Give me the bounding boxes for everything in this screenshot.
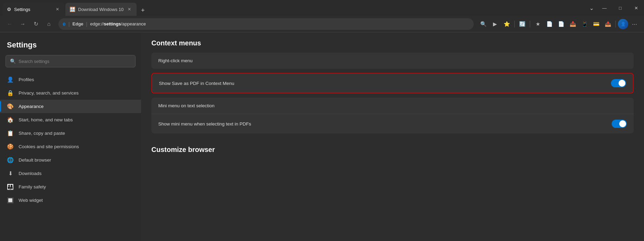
privacy-label: Privacy, search, and services — [19, 90, 79, 96]
screenshot-icon[interactable]: 📱 — [579, 19, 590, 30]
toolbar-icons: 🔍 ▶ ⭐ 🔄 ★ 📄 📄 📥 📱 💳 📤 👤 ⋯ — [478, 19, 640, 30]
appearance-icon: 🎨 — [7, 103, 14, 110]
address-divider: | — [68, 21, 70, 27]
maximize-button[interactable]: □ — [612, 0, 628, 16]
refresh-button[interactable]: ↻ — [30, 19, 41, 30]
separator3 — [615, 21, 616, 28]
mini-menu-section-row: Mini menu on text selection — [151, 98, 634, 114]
sidebar-item-start-home[interactable]: 🏠 Start, home, and new tabs — [0, 113, 141, 127]
tab-settings[interactable]: ⚙ Settings ✕ — [3, 3, 65, 16]
download-icon[interactable]: 📥 — [567, 19, 578, 30]
tab-download[interactable]: 🪟 Download Windows 10 ✕ — [65, 3, 137, 16]
mini-menu-card: Mini menu on text selection Show mini me… — [151, 98, 634, 133]
tab-bar: ⚙ Settings ✕ 🪟 Download Windows 10 ✕ + — [0, 0, 148, 16]
sidebar-title: Settings — [0, 38, 141, 55]
appearance-label: Appearance — [19, 104, 44, 109]
separator1 — [514, 21, 515, 28]
sidebar-item-default-browser[interactable]: 🌐 Default browser — [0, 153, 141, 167]
new-tab-button[interactable]: + — [137, 5, 148, 16]
right-click-menu-row: Right-click menu — [151, 53, 634, 69]
show-mini-menu-row: Show mini menu when selecting text in PD… — [151, 114, 634, 133]
home-button[interactable]: ⌂ — [43, 19, 54, 30]
search-input[interactable] — [19, 59, 131, 64]
content-area: Context menus Right-click menu Show Save… — [141, 32, 644, 241]
web-widget-label: Web widget — [19, 198, 43, 203]
minimize-button[interactable]: — — [597, 0, 612, 16]
download-tab-icon: 🪟 — [69, 7, 75, 12]
family-safety-icon: 👨‍👩‍👧 — [7, 184, 14, 190]
favorites-sidebar-icon[interactable]: ★ — [532, 19, 543, 30]
start-home-label: Start, home, and new tabs — [19, 117, 73, 122]
downloads-label: Downloads — [19, 171, 42, 176]
separator2 — [530, 21, 530, 28]
web-widget-icon: 🔲 — [7, 197, 14, 204]
show-mini-menu-toggle[interactable] — [612, 120, 627, 128]
search-icon: 🔍 — [10, 58, 16, 64]
back-button[interactable]: ← — [4, 19, 15, 30]
share-copy-label: Share, copy and paste — [19, 131, 65, 136]
favorites-icon[interactable]: ⭐ — [501, 19, 512, 30]
save-as-pdf-label: Show Save as PDF in Context Menu — [159, 81, 234, 86]
search-box[interactable]: 🔍 — [6, 55, 136, 67]
profiles-label: Profiles — [19, 77, 34, 82]
edge-logo-icon: e — [63, 21, 66, 27]
right-click-menu-card: Right-click menu — [151, 53, 634, 69]
main-layout: Settings 🔍 👤 Profiles 🔒 Privacy, search,… — [0, 32, 644, 241]
history-icon[interactable]: 📄 — [556, 19, 567, 30]
close-button[interactable]: ✕ — [628, 0, 644, 16]
settings-tab-close[interactable]: ✕ — [54, 6, 61, 12]
downloads-icon: ⬇ — [7, 170, 14, 177]
mini-menu-section-label: Mini menu on text selection — [158, 103, 215, 108]
address-text: edge://settings/appearance — [90, 21, 146, 26]
share-copy-icon: 📋 — [7, 130, 14, 136]
wallet-icon[interactable]: 💳 — [591, 19, 602, 30]
edge-name: Edge — [73, 21, 84, 26]
forward-button[interactable]: → — [17, 19, 28, 30]
cookies-label: Cookies and site permissions — [19, 144, 79, 149]
cookies-icon: 🍪 — [7, 143, 14, 150]
sidebar-item-profiles[interactable]: 👤 Profiles — [0, 73, 141, 86]
sidebar-item-web-widget[interactable]: 🔲 Web widget — [0, 194, 141, 207]
settings-tab-label: Settings — [14, 7, 30, 12]
privacy-icon: 🔒 — [7, 90, 14, 96]
sidebar-item-downloads[interactable]: ⬇ Downloads — [0, 167, 141, 180]
section-spacer — [151, 138, 634, 146]
right-click-menu-label: Right-click menu — [158, 58, 193, 63]
share-icon[interactable]: 📤 — [602, 19, 613, 30]
title-bar: ⚙ Settings ✕ 🪟 Download Windows 10 ✕ + ⌄… — [0, 0, 644, 16]
extensions-icon[interactable]: 🔄 — [517, 19, 528, 30]
tab-list-button[interactable]: ⌄ — [586, 0, 597, 16]
address-bar[interactable]: e | Edge | edge://settings/appearance — [58, 18, 474, 30]
save-as-pdf-toggle[interactable] — [611, 79, 626, 87]
zoom-icon[interactable]: 🔍 — [478, 19, 489, 30]
sidebar-item-appearance[interactable]: 🎨 Appearance — [0, 100, 141, 113]
window-controls: ⌄ — □ ✕ — [586, 0, 644, 16]
profile-avatar[interactable]: 👤 — [618, 19, 628, 29]
save-as-pdf-row: Show Save as PDF in Context Menu — [152, 74, 633, 93]
default-browser-icon: 🌐 — [7, 157, 14, 163]
show-mini-menu-label: Show mini menu when selecting text in PD… — [158, 121, 251, 127]
sidebar-item-privacy[interactable]: 🔒 Privacy, search, and services — [0, 86, 141, 100]
sidebar-item-family-safety[interactable]: 👨‍👩‍👧 Family safety — [0, 180, 141, 194]
sidebar: Settings 🔍 👤 Profiles 🔒 Privacy, search,… — [0, 32, 141, 241]
default-browser-label: Default browser — [19, 157, 51, 163]
download-tab-label: Download Windows 10 — [78, 7, 124, 12]
toolbar: ← → ↻ ⌂ e | Edge | edge://settings/appea… — [0, 16, 644, 32]
customize-browser-title: Customize browser — [151, 146, 634, 154]
profiles-icon: 👤 — [7, 76, 14, 83]
context-menus-title: Context menus — [151, 39, 634, 47]
play-icon[interactable]: ▶ — [490, 19, 501, 30]
sidebar-item-share-copy[interactable]: 📋 Share, copy and paste — [0, 127, 141, 140]
save-as-pdf-card: Show Save as PDF in Context Menu — [151, 73, 634, 94]
collections-icon[interactable]: 📄 — [544, 19, 555, 30]
address-divider2: | — [86, 21, 87, 27]
family-safety-label: Family safety — [19, 184, 46, 189]
more-tools-button[interactable]: ⋯ — [629, 19, 640, 30]
download-tab-close[interactable]: ✕ — [126, 6, 132, 12]
sidebar-item-cookies[interactable]: 🍪 Cookies and site permissions — [0, 140, 141, 153]
settings-tab-icon: ⚙ — [7, 7, 11, 12]
start-home-icon: 🏠 — [7, 117, 14, 123]
